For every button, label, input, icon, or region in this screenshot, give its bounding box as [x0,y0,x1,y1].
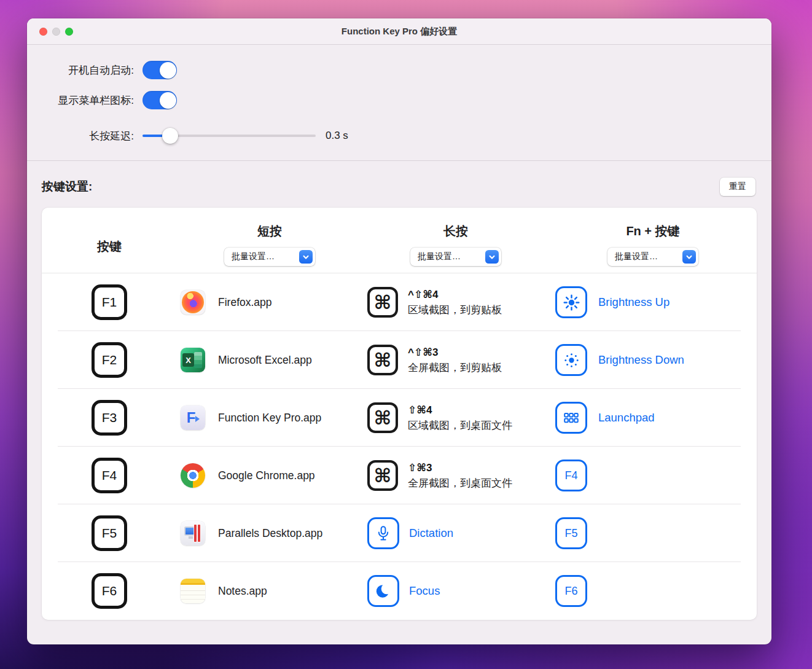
long-press-cell[interactable]: ⌘^⇧⌘4区域截图，到剪贴板 [362,287,549,318]
traffic-lights [39,18,73,44]
long-press-cell[interactable]: Focus [362,575,549,607]
fn-key-cell[interactable]: Brightness Up [549,286,757,318]
app-name: Firefox.app [218,296,272,309]
fn-key-cell[interactable]: F4 [549,460,757,491]
table-row: F2XMicrosoft Excel.app⌘^⇧⌘3全屏截图，到剪贴板Brig… [42,331,757,389]
key-badge: F3 [92,400,127,436]
batch-set-fn-dropdown[interactable]: 批量设置… [607,248,698,266]
minimize-button[interactable] [52,28,60,36]
short-press-cell[interactable]: Google Chrome.app [177,463,362,488]
command-icon: ⌘ [367,345,398,375]
long-press-delay-slider[interactable] [142,128,316,144]
table-header: 按键 短按 批量设置… 长按 批量设置… Fn + 按键 批量设置… [42,208,757,273]
key-badge: F1 [92,284,127,320]
long-press-delay-row: 长按延迟: 0.3 s [27,124,771,147]
slider-thumb[interactable] [162,128,178,144]
table-body: F1Firefox.app⌘^⇧⌘4区域截图，到剪贴板Brightness Up… [42,273,757,620]
key-badge: F5 [92,515,127,551]
fn-key-cell[interactable]: Launchpad [549,402,757,434]
batch-set-long-dropdown[interactable]: 批量设置… [410,248,501,266]
brightness-down-icon [555,344,587,376]
key-label: F4 [102,468,117,483]
fn-key-badge: F4 [555,460,587,491]
short-press-cell[interactable]: Notes.app [177,579,362,603]
fn-action-label: Brightness Up [598,295,670,309]
key-badge: F4 [92,458,127,493]
excel-x-glyph: X [182,353,194,367]
fn-key-cell[interactable]: F5 [549,517,757,549]
menubar-icon-label: 显示菜单栏图标: [27,93,134,108]
fn-key-cell[interactable]: F6 [549,575,757,607]
fn-key-label: F4 [564,469,577,482]
table-row: F5Parallels Desktop.appDictationF5 [42,504,757,562]
short-press-cell[interactable]: Parallels Desktop.app [177,521,362,546]
key-cell: F1 [42,284,177,320]
command-icon: ⌘ [367,460,398,491]
long-press-cell[interactable]: ⌘⇧⌘4区域截图，到桌面文件 [362,402,549,433]
shortcut-keys: ^⇧⌘3 [408,346,502,359]
table-row: F4Google Chrome.app⌘⇧⌘3全屏截图，到桌面文件F4 [42,447,757,504]
command-icon: ⌘ [367,402,398,433]
key-label: F3 [102,410,117,425]
menubar-icon-row: 显示菜单栏图标: [27,88,771,112]
menubar-icon-toggle[interactable] [142,91,177,109]
close-button[interactable] [39,28,47,36]
fn-key-badge: F6 [555,575,587,607]
key-cell: F6 [42,573,177,609]
chevron-down-icon [299,250,313,264]
chevron-down-icon [682,250,696,264]
launch-at-login-toggle[interactable] [142,61,177,79]
toggle-knob [160,62,176,79]
shortcut-action: 区域截图，到剪贴板 [408,303,502,317]
column-header-fn-key: Fn + 按键 批量设置… [549,214,757,266]
key-cell: F2 [42,342,177,378]
reset-button[interactable]: 重置 [720,178,755,196]
long-press-cell[interactable]: ⌘⇧⌘3全屏截图，到桌面文件 [362,460,549,491]
shortcut-keys: ⇧⌘4 [408,404,512,417]
column-header-key: 按键 [42,226,177,255]
fn-key-badge: F5 [555,517,587,549]
shortcut-description: ⇧⌘4区域截图，到桌面文件 [408,404,512,432]
shortcut-action: 区域截图，到桌面文件 [408,418,512,432]
app-name: Parallels Desktop.app [218,527,322,540]
long-press-delay-label: 长按延迟: [27,129,134,143]
fn-key-label: F6 [564,585,577,598]
excel-app-icon: X [181,348,205,372]
shortcut-keys: ⇧⌘3 [408,461,512,474]
long-press-action-label: Focus [409,584,440,598]
chrome-app-icon [181,463,205,488]
chevron-down-icon [485,250,499,264]
command-glyph: ⌘ [374,351,392,370]
short-press-cell[interactable]: FFunction Key Pro.app [177,405,362,430]
table-row: F6Notes.appFocusF6 [42,562,757,620]
app-name: Google Chrome.app [218,469,315,482]
key-label: F6 [102,584,117,598]
key-label: F1 [102,295,117,310]
launchpad-icon [555,402,587,434]
focus-moon-icon [367,575,399,607]
zoom-button[interactable] [65,28,73,36]
notes-app-icon [181,579,205,603]
parallels-app-icon [181,521,205,546]
parallels-bar2 [198,525,200,542]
fn-action-label: Launchpad [598,411,655,424]
launch-at-login-row: 开机自动启动: [27,58,771,82]
firefox-app-icon [181,290,205,315]
shortcut-description: ^⇧⌘3全屏截图，到剪贴板 [408,346,502,375]
shortcut-keys: ^⇧⌘4 [408,288,502,301]
fn-key-cell[interactable]: Brightness Down [549,344,757,376]
fn-action-label: Brightness Down [598,353,684,367]
batch-set-short-dropdown[interactable]: 批量设置… [224,248,315,266]
table-row: F1Firefox.app⌘^⇧⌘4区域截图，到剪贴板Brightness Up [42,273,757,331]
long-press-cell[interactable]: Dictation [362,517,549,549]
short-press-cell[interactable]: XMicrosoft Excel.app [177,348,362,372]
fkp-f-glyph: F [187,409,196,426]
command-glyph: ⌘ [374,293,392,312]
short-press-cell[interactable]: Firefox.app [177,290,362,315]
key-settings-header: 按键设置: 重置 [27,161,771,196]
long-press-cell[interactable]: ⌘^⇧⌘3全屏截图，到剪贴板 [362,345,549,375]
key-cell: F3 [42,400,177,436]
launch-at-login-label: 开机自动启动: [27,63,134,77]
column-header-long-press: 长按 批量设置… [362,214,549,266]
long-press-action-label: Dictation [409,526,453,540]
